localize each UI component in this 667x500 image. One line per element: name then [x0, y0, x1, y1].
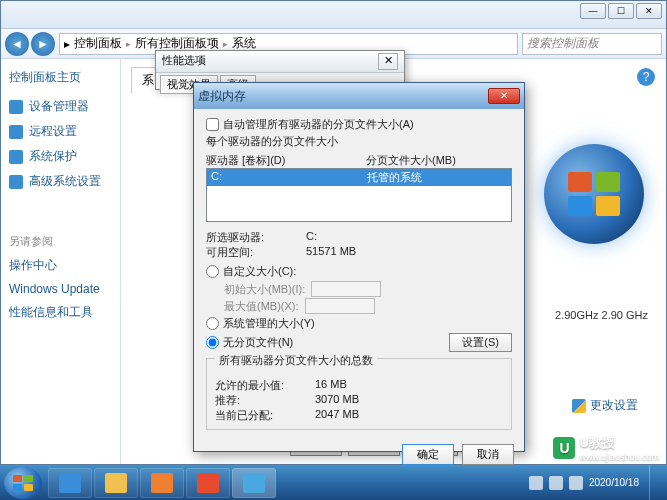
taskbar-item-ie[interactable] [48, 468, 92, 498]
perf-titlebar: 性能选项 ✕ [156, 51, 404, 73]
system-tray: 2020/10/18 [529, 465, 663, 500]
ie-icon [59, 473, 81, 493]
auto-manage-checkbox[interactable]: 自动管理所有驱动器的分页文件大小(A) [206, 117, 512, 132]
watermark-text: U教授 [579, 434, 659, 452]
taskbar-item-system[interactable] [232, 468, 276, 498]
close-button[interactable]: ✕ [636, 3, 662, 19]
folder-icon [105, 473, 127, 493]
vm-cancel-button[interactable]: 取消 [462, 444, 514, 465]
custom-size-radio[interactable]: 自定义大小(C): [206, 264, 512, 279]
breadcrumb-sep: ▸ [64, 37, 70, 51]
recommended-label: 推荐: [215, 393, 315, 408]
available-label: 可用空间: [206, 245, 306, 260]
recommended-value: 3070 MB [315, 393, 359, 408]
max-size-input [305, 298, 375, 314]
change-settings-link[interactable]: 更改设置 [572, 397, 638, 414]
drive-listbox[interactable]: C: 托管的系统 [206, 168, 512, 222]
vm-close-button[interactable]: ✕ [488, 88, 520, 104]
cpu-info: 2.90GHz 2.90 GHz [555, 309, 648, 321]
system-managed-radio[interactable]: 系统管理的大小(Y) [206, 316, 512, 331]
taskbar-item-explorer[interactable] [94, 468, 138, 498]
breadcrumb-sep: ▸ [126, 39, 131, 49]
windows-logo [544, 144, 644, 244]
search-placeholder: 搜索控制面板 [527, 35, 599, 52]
shield-icon [9, 125, 23, 139]
taskbar-item-media[interactable] [140, 468, 184, 498]
set-button[interactable]: 设置(S) [449, 333, 512, 352]
drive-row-selected[interactable]: C: 托管的系统 [207, 169, 511, 186]
maximize-button[interactable]: ☐ [608, 3, 634, 19]
drive-list-header: 驱动器 [卷标](D) 分页文件大小(MB) [206, 153, 512, 168]
tray-date[interactable]: 2020/10/18 [589, 477, 639, 488]
show-desktop-button[interactable] [649, 465, 659, 500]
vm-titlebar[interactable]: 虚拟内存 ✕ [194, 83, 524, 109]
selected-drive-label: 所选驱动器: [206, 230, 306, 245]
auto-manage-input[interactable] [206, 118, 219, 131]
taskbar: 2020/10/18 [0, 465, 667, 500]
sidebar-item-remote[interactable]: 远程设置 [9, 119, 112, 144]
totals-group: 所有驱动器分页文件大小的总数 允许的最小值:16 MB 推荐:3070 MB 当… [206, 358, 512, 430]
vm-title: 虚拟内存 [198, 88, 246, 105]
tray-flag-icon[interactable] [529, 476, 543, 490]
min-allowed-value: 16 MB [315, 378, 347, 393]
perf-title: 性能选项 [162, 53, 206, 70]
current-value: 2047 MB [315, 408, 359, 423]
available-value: 51571 MB [306, 245, 356, 260]
help-icon[interactable]: ? [637, 68, 655, 86]
perf-close-button[interactable]: ✕ [378, 53, 398, 70]
start-button[interactable] [4, 467, 42, 499]
initial-size-label: 初始大小(MB)(I): [224, 282, 305, 297]
breadcrumb-sep: ▸ [223, 39, 228, 49]
min-allowed-label: 允许的最小值: [215, 378, 315, 393]
system-icon [243, 473, 265, 493]
sidebar: 控制面板主页 设备管理器 远程设置 系统保护 高级系统设置 另请参阅 操作中心 … [1, 59, 121, 464]
sidebar-item-perf-info[interactable]: 性能信息和工具 [9, 300, 112, 325]
forward-button[interactable]: ► [31, 32, 55, 56]
tray-network-icon[interactable] [549, 476, 563, 490]
sidebar-item-action-center[interactable]: 操作中心 [9, 253, 112, 278]
shield-icon [572, 399, 586, 413]
vm-ok-button[interactable]: 确定 [402, 444, 454, 465]
tray-volume-icon[interactable] [569, 476, 583, 490]
window-controls: — ☐ ✕ [580, 3, 662, 19]
virtual-memory-dialog: 虚拟内存 ✕ 自动管理所有驱动器的分页文件大小(A) 每个驱动器的分页文件大小 … [193, 82, 525, 452]
sidebar-item-windows-update[interactable]: Windows Update [9, 278, 112, 300]
no-paging-radio[interactable]: 无分页文件(N) [206, 335, 293, 350]
titlebar: — ☐ ✕ [1, 1, 666, 29]
shield-icon [9, 175, 23, 189]
sidebar-item-advanced[interactable]: 高级系统设置 [9, 169, 112, 194]
minimize-button[interactable]: — [580, 3, 606, 19]
each-drive-label: 每个驱动器的分页文件大小 [206, 134, 512, 149]
max-size-label: 最大值(MB)(X): [224, 299, 299, 314]
back-button[interactable]: ◄ [5, 32, 29, 56]
search-input[interactable]: 搜索控制面板 [522, 33, 662, 55]
initial-size-input [311, 281, 381, 297]
sidebar-title: 控制面板主页 [9, 69, 112, 86]
shield-icon [9, 100, 23, 114]
sidebar-item-protection[interactable]: 系统保护 [9, 144, 112, 169]
breadcrumb-item[interactable]: 控制面板 [74, 35, 122, 52]
sidebar-item-device-manager[interactable]: 设备管理器 [9, 94, 112, 119]
sidebar-see-also: 另请参阅 [9, 234, 112, 249]
watermark-badge: U [553, 437, 575, 459]
totals-title: 所有驱动器分页文件大小的总数 [215, 353, 377, 368]
selected-drive-value: C: [306, 230, 317, 245]
current-label: 当前已分配: [215, 408, 315, 423]
shield-icon [9, 150, 23, 164]
media-icon [151, 473, 173, 493]
app-icon [197, 473, 219, 493]
watermark-url: www.ujiaoshou.com [579, 452, 659, 462]
taskbar-item-app[interactable] [186, 468, 230, 498]
watermark: U U教授 www.ujiaoshou.com [553, 434, 659, 462]
